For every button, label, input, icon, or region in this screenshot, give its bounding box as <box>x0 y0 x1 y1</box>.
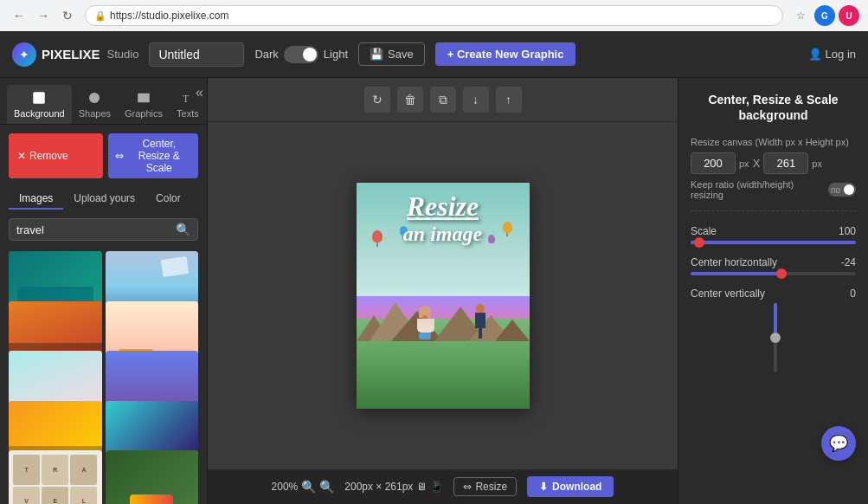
keep-ratio-row: Keep ratio (width/height) resizing no <box>691 179 856 211</box>
svg-point-1 <box>89 93 100 103</box>
dimension-info: 200px × 261px 🖥 📱 <box>344 481 443 493</box>
x-separator: X <box>753 157 761 170</box>
image-thumb-9[interactable]: T R A V E L <box>9 450 102 504</box>
scale-section: Scale 100 <box>691 225 856 244</box>
width-input[interactable] <box>691 152 736 174</box>
canvas-toolbar: ↻ 🗑 ⧉ ↓ ↑ <box>208 78 678 122</box>
trash-icon: ✕ <box>17 150 26 162</box>
center-h-slider-thumb[interactable] <box>776 268 787 279</box>
collapse-sidebar-button[interactable]: « <box>196 85 203 100</box>
center-v-value: 0 <box>850 288 856 300</box>
tab-graphics[interactable]: Graphics <box>118 85 170 124</box>
main-area: Background Shapes Graphics T Texts « <box>0 78 868 504</box>
canvas-area: ↻ 🗑 ⧉ ↓ ↑ <box>208 78 678 504</box>
app: ✦ PIXELIXE Studio Dark Light 💾 Save + Cr… <box>0 31 868 504</box>
project-title-input[interactable] <box>149 42 244 67</box>
scale-slider-thumb[interactable] <box>694 237 704 248</box>
remove-button[interactable]: ✕ Remove <box>9 133 103 178</box>
copy-button[interactable]: ⧉ <box>430 87 456 113</box>
delete-button[interactable]: 🗑 <box>397 87 423 113</box>
sidebar-tabs: Background Shapes Graphics T Texts « <box>0 78 207 125</box>
resize-canvas-label: Resize canvas (Width px x Height px) <box>691 137 856 147</box>
sidebar-actions: ✕ Remove ⇔ Center, Resize & Scale <box>0 125 207 184</box>
images-tab[interactable]: Images <box>9 189 63 210</box>
keep-ratio-toggle[interactable]: no <box>828 183 856 197</box>
create-new-button[interactable]: + Create New Graphic <box>435 42 576 66</box>
download-icon: ⬇ <box>539 481 548 493</box>
image-source-tabs: Images Upload yours Color <box>0 184 207 215</box>
canvas-wrapper: Resize an image <box>208 122 678 469</box>
search-bar: 🔍 <box>9 218 198 241</box>
canvas-graphic[interactable]: Resize an image <box>357 183 530 409</box>
phone-icon: 📱 <box>430 481 443 493</box>
zoom-in-button[interactable]: 🔍 <box>319 480 334 494</box>
canvas-title-1: Resize <box>357 191 530 222</box>
svg-rect-0 <box>34 92 46 104</box>
center-v-slider-thumb[interactable] <box>770 333 781 343</box>
resize-button[interactable]: ⇔ Resize <box>453 477 517 496</box>
lock-icon: 🔒 <box>94 10 106 22</box>
center-h-value: -24 <box>841 256 856 268</box>
upload-tab[interactable]: Upload yours <box>63 189 145 210</box>
save-icon: 💾 <box>370 48 383 61</box>
resize-icon: ⇔ <box>463 481 472 493</box>
dark-label: Dark <box>254 48 278 61</box>
logo: ✦ PIXELIXE Studio <box>12 42 138 67</box>
toggle-knob <box>844 184 854 195</box>
color-tab[interactable]: Color <box>145 189 191 210</box>
px-label-2: px <box>812 158 822 169</box>
zoom-control: 200% 🔍 🔍 <box>272 480 335 494</box>
move-up-button[interactable]: ↑ <box>496 87 522 113</box>
canvas-title-2: an image <box>357 222 530 247</box>
theme-switch[interactable] <box>284 46 318 63</box>
browser-actions: ☆ G U <box>790 5 859 26</box>
refresh-button[interactable]: ↻ <box>57 5 78 26</box>
logo-icon: ✦ <box>12 42 36 67</box>
right-panel: Center, Resize & Scale background Resize… <box>678 78 868 504</box>
resize-canvas-section: Resize canvas (Width px x Height px) px … <box>691 137 856 211</box>
save-button[interactable]: 💾 Save <box>358 42 425 66</box>
theme-toggle: Dark Light <box>254 46 348 63</box>
center-h-label: Center horizontally <box>691 256 777 268</box>
light-label: Light <box>324 48 348 61</box>
chat-button[interactable]: 💬 <box>821 426 856 461</box>
zoom-out-button[interactable]: 🔍 <box>301 480 316 494</box>
browser-nav: ← → ↻ <box>9 5 78 26</box>
tab-background[interactable]: Background <box>7 85 72 124</box>
login-button[interactable]: 👤 Log in <box>808 48 856 61</box>
browser-bar: ← → ↻ 🔒 https://studio.pixelixe.com ☆ G … <box>0 0 868 31</box>
url-bar[interactable]: 🔒 https://studio.pixelixe.com <box>85 5 783 26</box>
navbar: ✦ PIXELIXE Studio Dark Light 💾 Save + Cr… <box>0 31 868 78</box>
center-resize-scale-button[interactable]: ⇔ Center, Resize & Scale <box>108 133 199 178</box>
search-input[interactable] <box>16 223 176 236</box>
undo-button[interactable]: ↻ <box>364 87 390 113</box>
profile-avatar: U <box>839 5 859 26</box>
toggle-knob <box>303 48 317 61</box>
center-v-row: Center vertically 0 <box>691 288 856 300</box>
keep-ratio-label: Keep ratio (width/height) resizing <box>691 179 823 200</box>
center-h-section: Center horizontally -24 <box>691 256 856 275</box>
center-v-slider[interactable] <box>774 303 777 372</box>
person-icon: 👤 <box>808 48 822 61</box>
svg-text:T: T <box>183 93 190 105</box>
center-h-row: Center horizontally -24 <box>691 256 856 268</box>
star-button[interactable]: ☆ <box>790 5 811 26</box>
tab-shapes[interactable]: Shapes <box>72 85 118 124</box>
move-down-button[interactable]: ↓ <box>463 87 489 113</box>
zoom-value: 200% <box>272 481 299 493</box>
monitor-icon: 🖥 <box>416 481 427 493</box>
forward-button[interactable]: → <box>33 5 54 26</box>
height-input[interactable] <box>763 152 808 174</box>
scale-slider[interactable] <box>691 241 856 244</box>
center-v-label: Center vertically <box>691 288 765 300</box>
image-grid: TRAVEL THE WORLD T R A <box>0 244 207 504</box>
scale-row: Scale 100 <box>691 225 856 237</box>
image-thumb-10[interactable] <box>106 450 199 504</box>
center-h-slider-fill <box>691 272 781 275</box>
back-button[interactable]: ← <box>9 5 29 26</box>
sidebar: Background Shapes Graphics T Texts « <box>0 78 208 504</box>
scale-label: Scale <box>691 225 717 237</box>
center-h-slider[interactable] <box>691 272 856 275</box>
download-button[interactable]: ⬇ Download <box>527 476 614 497</box>
search-icon[interactable]: 🔍 <box>176 223 190 236</box>
